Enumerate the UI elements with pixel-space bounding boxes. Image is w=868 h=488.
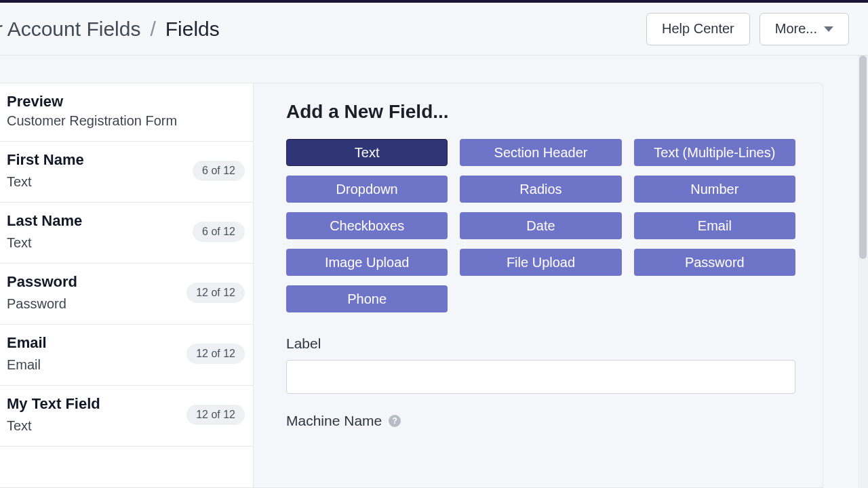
field-count-pill: 6 of 12 <box>193 222 245 242</box>
sidebar-preview[interactable]: Preview Customer Registration Form <box>0 83 253 142</box>
field-type: Text <box>7 174 84 190</box>
field-count-pill: 12 of 12 <box>186 405 245 425</box>
type-section-header-button[interactable]: Section Header <box>460 139 621 166</box>
type-file-upload-button[interactable]: File Upload <box>460 249 621 276</box>
field-title: Password <box>7 273 77 291</box>
help-center-button[interactable]: Help Center <box>646 13 750 45</box>
type-password-button[interactable]: Password <box>634 249 795 276</box>
breadcrumb-previous[interactable]: r Account Fields <box>0 18 140 41</box>
help-icon[interactable]: ? <box>389 415 401 427</box>
breadcrumb-separator: / <box>150 18 155 41</box>
machine-name-label: Machine Name ? <box>286 413 795 429</box>
label-input[interactable] <box>286 360 795 394</box>
type-text-button[interactable]: Text <box>286 139 448 166</box>
type-email-button[interactable]: Email <box>634 212 795 239</box>
more-label: More... <box>775 21 817 37</box>
sidebar-item-last-name[interactable]: Last Name Text 6 of 12 <box>0 203 253 264</box>
page-header: r Account Fields / Fields Help Center Mo… <box>0 3 868 56</box>
field-type: Password <box>7 296 77 312</box>
breadcrumb: r Account Fields / Fields <box>0 18 220 41</box>
header-actions: Help Center More... <box>646 13 849 45</box>
label-text: Label <box>286 336 321 352</box>
field-title: My Text Field <box>7 395 100 413</box>
sidebar-preview-title: Preview <box>7 93 245 110</box>
type-phone-button[interactable]: Phone <box>286 285 448 312</box>
sidebar-preview-subtitle: Customer Registration Form <box>7 113 245 129</box>
help-center-label: Help Center <box>662 21 734 37</box>
type-number-button[interactable]: Number <box>634 176 795 203</box>
field-count-pill: 12 of 12 <box>186 344 245 364</box>
sidebar-item-my-text-field[interactable]: My Text Field Text 12 of 12 <box>0 386 253 447</box>
field-type: Text <box>7 235 82 251</box>
more-button[interactable]: More... <box>760 13 849 45</box>
sidebar-item-password[interactable]: Password Password 12 of 12 <box>0 264 253 325</box>
field-count-pill: 12 of 12 <box>186 283 245 303</box>
chevron-down-icon <box>824 26 833 32</box>
sidebar-item-first-name[interactable]: First Name Text 6 of 12 <box>0 142 253 203</box>
field-type: Text <box>7 418 100 434</box>
field-type: Email <box>7 357 47 373</box>
page-body: Preview Customer Registration Form First… <box>0 56 868 488</box>
type-text-multiline-button[interactable]: Text (Multiple-Lines) <box>634 139 795 166</box>
field-title: Last Name <box>7 212 82 230</box>
fields-sidebar: Preview Customer Registration Form First… <box>0 83 254 487</box>
field-title: Email <box>7 334 47 352</box>
main-panel: Add a New Field... Text Section Header T… <box>254 83 823 487</box>
machine-name-text: Machine Name <box>286 413 382 429</box>
add-field-heading: Add a New Field... <box>286 101 795 123</box>
sidebar-item-email[interactable]: Email Email 12 of 12 <box>0 325 253 386</box>
field-count-pill: 6 of 12 <box>193 161 245 181</box>
content-card: Preview Customer Registration Form First… <box>0 83 823 488</box>
type-checkboxes-button[interactable]: Checkboxes <box>286 212 448 239</box>
type-date-button[interactable]: Date <box>460 212 621 239</box>
breadcrumb-current: Fields <box>165 18 220 41</box>
field-title: First Name <box>7 151 84 169</box>
type-dropdown-button[interactable]: Dropdown <box>286 176 448 203</box>
vertical-scrollbar[interactable] <box>858 56 868 488</box>
field-type-grid: Text Section Header Text (Multiple-Lines… <box>286 139 795 312</box>
type-radios-button[interactable]: Radios <box>460 176 621 203</box>
scroll-thumb[interactable] <box>859 56 867 259</box>
label-field-label: Label <box>286 336 795 352</box>
type-image-upload-button[interactable]: Image Upload <box>286 249 448 276</box>
